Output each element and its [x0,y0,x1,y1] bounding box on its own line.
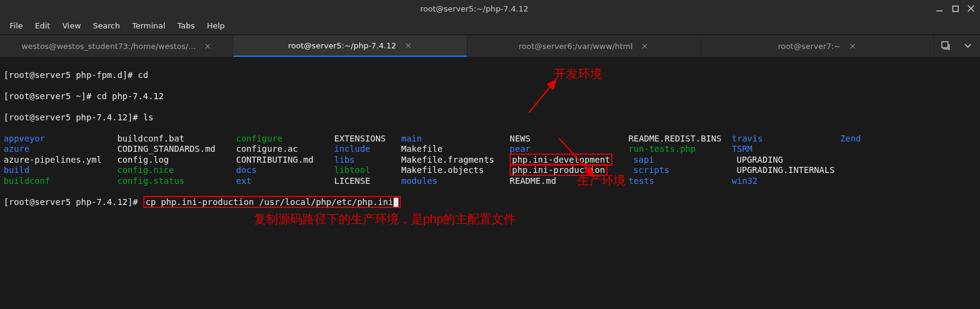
ls-entry: include [334,144,401,154]
svg-rect-4 [942,42,948,48]
menu-help[interactable]: Help [202,19,230,33]
maximize-icon [952,5,959,12]
ls-entry: UPGRADING.INTERNALS [736,165,845,175]
tab-menu-button[interactable] [961,39,975,53]
ls-entry: win32 [732,176,840,186]
prompt-line: [root@server5 php-fpm.d]# cd [4,70,976,81]
prompt-line: [root@server5 php-7.4.12]# ls [4,112,976,123]
close-icon [967,5,975,12]
menu-view[interactable]: View [57,19,86,33]
ls-entry: buildconf.bat [117,134,236,143]
tab-close-icon[interactable]: × [204,41,212,51]
ls-entry: LICENSE [334,176,401,186]
svg-line-8 [559,138,592,175]
menu-search[interactable]: Search [88,19,125,33]
ls-entry: appveyor [4,134,117,143]
window-title: root@server5:~/php-7.4.12 [15,4,934,13]
tab-server6[interactable]: root@server6:/var/www/html × [467,35,701,57]
ls-row: appveyor buildconf.bat configure EXTENSI… [4,134,976,145]
ls-entry: config.nice [117,165,236,175]
ls-entry: scripts [634,165,737,175]
menu-terminal[interactable]: Terminal [127,19,170,33]
arrow-icon [556,135,605,184]
menu-edit[interactable]: Edit [30,19,55,33]
ls-entry: CODING_STANDARDS.md [117,144,236,154]
ls-entry: modules [401,176,510,186]
prompt-line: [root@server5 ~]# cd php-7.4.12 [4,91,976,102]
ls-entry: README.REDIST.BINS [629,134,732,143]
minimize-icon [936,5,943,12]
ls-entry: configure [236,134,334,143]
menubar: File Edit View Search Terminal Tabs Help [0,17,980,35]
ls-row: buildconf config.status ext LICENSE modu… [4,176,976,187]
tab-label: westos@westos_student73:/home/westos/... [22,42,196,51]
ls-row: azure-pipelines.yml config.log CONTRIBUT… [4,155,976,166]
tab-westos[interactable]: westos@westos_student73:/home/westos/...… [0,35,233,57]
ls-entry: CONTRIBUTING.md [236,155,334,164]
ls-entry: EXTENSIONS [334,134,401,143]
ls-entry: azure [4,144,117,154]
ls-entry: build [4,165,117,175]
ls-row: build config.nice docs libtool Makefile.… [4,165,976,176]
menu-tabs[interactable]: Tabs [172,19,200,33]
ls-entry: run-tests.php [629,144,732,154]
cursor [394,198,398,207]
ls-entry: Makefile.fragments [401,155,510,164]
close-button[interactable] [965,3,976,14]
ls-entry: Zend [840,134,861,143]
ls-row: azure CODING_STANDARDS.md configure.ac i… [4,144,976,155]
highlight-cp-command: cp php.ini-production /usr/local/php/etc… [143,196,401,208]
ls-entry: configure.ac [236,144,334,154]
tab-label: root@server7:~ [778,42,841,51]
tab-server7[interactable]: root@server7:~ × [701,35,934,57]
ls-entry: tests [629,176,732,186]
ls-entry: docs [236,165,334,175]
prompt-line: [root@server5 php-7.4.12]# cp php.ini-pr… [4,197,976,208]
ls-entry: libs [334,155,401,164]
ls-entry: azure-pipelines.yml [4,155,117,164]
ls-entry: config.log [117,155,236,164]
ls-entry: buildconf [4,176,117,186]
ls-entry: UPGRADING [736,155,845,164]
titlebar: root@server5:~/php-7.4.12 [0,0,980,17]
ls-entry: travis [732,134,840,143]
maximize-button[interactable] [950,3,961,14]
svg-rect-1 [953,6,958,11]
ls-entry: TSRM [732,144,840,154]
tab-close-icon[interactable]: × [641,41,649,51]
tabbar: westos@westos_student73:/home/westos/...… [0,35,980,57]
terminal[interactable]: [root@server5 php-fpm.d]# cd [root@serve… [0,57,980,309]
new-tab-button[interactable] [939,39,953,53]
svg-line-7 [529,81,555,112]
tab-close-icon[interactable]: × [849,41,856,51]
ls-entry: config.status [117,176,236,186]
tab-label: root@server6:/var/www/html [519,42,633,51]
ls-entry: Makefile.objects [401,165,510,175]
arrow-icon [526,76,562,119]
tab-label: root@server5:~/php-7.4.12 [288,41,397,50]
ls-entry: Makefile [401,144,510,154]
menu-file[interactable]: File [5,19,28,33]
new-tab-icon [941,41,952,51]
annotation-copy-text: 复制源码路径下的生产环境，是php的主配置文件 [254,214,516,225]
tab-server5[interactable]: root@server5:~/php-7.4.12 × [233,35,467,57]
minimize-button[interactable] [934,3,945,14]
ls-entry: libtool [334,165,401,175]
ls-entry: sapi [634,155,737,164]
tab-close-icon[interactable]: × [404,41,412,50]
ls-entry: main [401,134,510,143]
chevron-down-icon [964,44,972,48]
ls-entry: ext [236,176,334,186]
